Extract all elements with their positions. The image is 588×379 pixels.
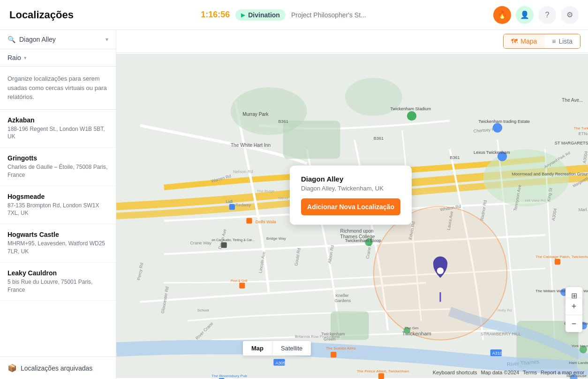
- map-view-button[interactable]: 🗺 Mapa: [504, 34, 544, 48]
- svg-text:The Ridge: The Ridge: [257, 189, 275, 193]
- timer: 1:16:56: [201, 10, 230, 20]
- svg-text:The Ave...: The Ave...: [562, 98, 583, 103]
- location-name: Leaky Cauldron: [8, 269, 108, 277]
- svg-text:A305: A305: [275, 361, 285, 365]
- search-arrow-icon: ▾: [106, 36, 108, 43]
- location-address: Charles de Gaulle – Étoile, 75008 Paris,…: [8, 163, 108, 179]
- help-button[interactable]: ?: [538, 6, 556, 24]
- svg-text:School: School: [197, 308, 209, 312]
- map-area: 🗺 Mapa ≡ Lista: [116, 30, 588, 379]
- svg-text:York House Gardens: York House Gardens: [571, 344, 588, 348]
- svg-text:Ham Lands: Ham Lands: [569, 361, 588, 365]
- map-container[interactable]: Chertsey Rd Chertsey Rd Whitton Rd Warre…: [116, 53, 588, 379]
- map-icon: 🗺: [511, 38, 518, 45]
- settings-icon: ⚙: [566, 10, 573, 19]
- filter-arrow-icon: ▾: [24, 55, 27, 61]
- sidebar: 🔍 Diagon Alley ▾ Raio ▾ Organize localiz…: [0, 30, 116, 379]
- svg-text:The Prince Albert, Twickenham: The Prince Albert, Twickenham: [357, 369, 409, 373]
- map-data: Map data ©2024: [481, 370, 520, 375]
- list-item[interactable]: Gringotts Charles de Gaulle – Étoile, 75…: [0, 148, 116, 186]
- svg-text:on Car Audio, Tinting & Car...: on Car Audio, Tinting & Car...: [211, 238, 255, 242]
- search-icon: 🔍: [8, 36, 15, 43]
- svg-text:The White Hart Inn: The White Hart Inn: [231, 143, 271, 148]
- header: Localizações 1:16:56 ▶ Divination Projec…: [0, 0, 588, 30]
- location-name: Hogwarts Castle: [8, 231, 108, 238]
- settings-button[interactable]: ⚙: [561, 6, 579, 24]
- divination-badge: ▶ Divination: [235, 9, 286, 21]
- svg-text:Redway: Redway: [235, 203, 251, 207]
- filter-bar[interactable]: Raio ▾: [0, 49, 116, 67]
- svg-rect-2: [283, 121, 340, 159]
- svg-rect-60: [378, 373, 384, 379]
- terms-link[interactable]: Terms: [523, 370, 537, 375]
- person-icon: 👤: [520, 10, 529, 19]
- svg-text:Post & Grill: Post & Grill: [231, 279, 248, 283]
- svg-text:Twickenham Stadium: Twickenham Stadium: [390, 106, 431, 111]
- locations-list: Azkaban 188-196 Regent St., London W1B 5…: [0, 110, 116, 357]
- list-item[interactable]: Hogsmeade 87-135 Brompton Rd, London SW1…: [0, 186, 116, 225]
- popup-address: Diagon Alley, Twickenham, UK: [301, 185, 400, 192]
- svg-text:Moormead and Bandy Recreation : Moormead and Bandy Recreation Ground: [512, 172, 588, 176]
- project-name: Project Philosopher's St...: [291, 11, 366, 19]
- archived-locations-footer[interactable]: 📦 Localizações arquivadas: [0, 356, 116, 379]
- svg-text:The Sussex Arms: The Sussex Arms: [326, 346, 356, 350]
- popup-title: Diagon Alley: [301, 175, 400, 183]
- header-icons: 🔥 👤 ? ⚙: [493, 6, 579, 24]
- svg-text:Lidl: Lidl: [226, 199, 233, 204]
- svg-text:Marl...: Marl...: [579, 207, 588, 212]
- flame-icon: 🔥: [498, 10, 507, 19]
- svg-text:Nelson Rd: Nelson Rd: [233, 169, 253, 174]
- list-item[interactable]: Leaky Cauldron 5 bis Rue du Louvre, 7500…: [0, 263, 116, 301]
- svg-text:The Bloomsbury Pub: The Bloomsbury Pub: [211, 374, 247, 378]
- map-type-buttons: Map Satellite: [243, 341, 311, 356]
- svg-text:The Grn: The Grn: [405, 326, 419, 330]
- svg-text:Gardens: Gardens: [334, 298, 351, 303]
- map-type-satellite-button[interactable]: Satellite: [272, 341, 311, 356]
- zoom-in-button[interactable]: +: [565, 298, 582, 315]
- map-zoom-controls: + −: [565, 298, 582, 332]
- person-button[interactable]: 👤: [516, 6, 534, 24]
- svg-text:Delhi Wala: Delhi Wala: [256, 220, 277, 224]
- map-label: Mapa: [520, 38, 537, 45]
- flame-button[interactable]: 🔥: [493, 6, 511, 24]
- map-toolbar: 🗺 Mapa ≡ Lista: [116, 30, 588, 53]
- list-label: Lista: [558, 38, 573, 45]
- help-icon: ?: [545, 11, 550, 19]
- list-item[interactable]: Azkaban 188-196 Regent St., London W1B 5…: [0, 110, 116, 148]
- filter-label: Raio: [8, 54, 21, 61]
- location-address: 188-196 Regent St., London W1B 5BT, UK: [8, 125, 108, 141]
- list-item[interactable]: Hogwarts Castle MHRM+95, Leavesden, Watf…: [0, 224, 116, 263]
- svg-rect-86: [239, 283, 245, 288]
- svg-rect-58: [331, 352, 336, 357]
- svg-text:Kneller: Kneller: [335, 293, 348, 298]
- archived-label: Localizações arquivadas: [21, 364, 92, 372]
- map-type-map-button[interactable]: Map: [243, 341, 272, 356]
- keyboard-shortcuts[interactable]: Keyboard shortcuts: [433, 370, 477, 375]
- search-value: Diagon Alley: [19, 36, 102, 43]
- svg-text:Holly Rd: Holly Rd: [498, 308, 512, 312]
- location-name: Azkaban: [8, 116, 108, 124]
- svg-text:STRAWBERRY HILL: STRAWBERRY HILL: [481, 332, 521, 336]
- archive-icon: 📦: [8, 364, 17, 372]
- svg-rect-82: [229, 204, 235, 210]
- location-address: 5 bis Rue du Louvre, 75001 Paris, France: [8, 278, 108, 294]
- svg-point-106: [437, 267, 444, 274]
- map-view-toggle: 🗺 Mapa ≡ Lista: [503, 34, 580, 49]
- svg-text:The Turk's Head, Twickenham: The Turk's Head, Twickenham: [574, 126, 588, 130]
- main-layout: 🔍 Diagon Alley ▾ Raio ▾ Organize localiz…: [0, 30, 588, 379]
- zoom-out-button[interactable]: −: [565, 315, 582, 332]
- sidebar-description: Organize localizações para serem usadas …: [0, 67, 116, 110]
- report-link[interactable]: Report a map error: [541, 370, 584, 375]
- location-name: Gringotts: [8, 154, 108, 162]
- svg-point-48: [407, 111, 416, 121]
- add-location-button[interactable]: Adicionar Nova Localização: [301, 198, 400, 215]
- svg-rect-66: [555, 259, 560, 265]
- header-center: 1:16:56 ▶ Divination Project Philosopher…: [201, 9, 366, 21]
- svg-rect-54: [246, 218, 252, 224]
- svg-point-50: [493, 123, 502, 132]
- list-view-button[interactable]: ≡ Lista: [544, 34, 580, 48]
- search-bar[interactable]: 🔍 Diagon Alley ▾: [0, 30, 116, 49]
- svg-text:B361: B361: [450, 155, 460, 160]
- svg-text:ST MARGARETS: ST MARGARETS: [555, 141, 588, 145]
- svg-text:B361: B361: [374, 136, 384, 141]
